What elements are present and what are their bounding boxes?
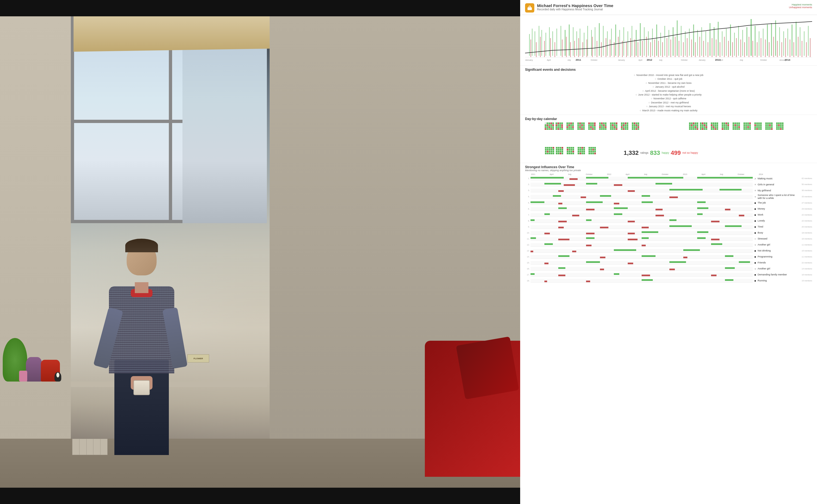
svg-rect-370: [726, 126, 727, 128]
svg-rect-525: [591, 147, 592, 149]
influence-row-3: 4.♀Someone who I spent a lot of time wit…: [525, 194, 812, 200]
influence-icon-12: ■: [753, 249, 757, 253]
svg-rect-141: [810, 38, 810, 57]
svg-rect-423: [760, 128, 762, 130]
svg-rect-455: [782, 128, 784, 130]
svg-rect-122: [732, 42, 733, 57]
svg-rect-119: [720, 42, 720, 57]
svg-rect-224: [577, 128, 579, 130]
svg-rect-51: [714, 27, 715, 56]
svg-rect-345: [713, 122, 714, 124]
svg-rect-535: [594, 151, 596, 152]
svg-rect-399: [749, 124, 751, 126]
svg-rect-170: [545, 126, 546, 128]
svg-rect-293: [634, 122, 635, 124]
total-stat: 1,332: [624, 149, 639, 156]
svg-rect-494: [571, 147, 572, 149]
influence-name-14: Friends: [758, 261, 796, 264]
svg-rect-95: [622, 41, 623, 57]
svg-rect-280: [621, 124, 623, 126]
svg-text:July: July: [568, 59, 571, 61]
svg-rect-209: [568, 128, 570, 130]
svg-rect-221: [579, 126, 581, 128]
svg-rect-412: [754, 124, 756, 126]
svg-rect-181: [558, 122, 559, 124]
svg-rect-115: [703, 41, 704, 57]
svg-rect-222: [581, 126, 583, 128]
svg-text:January: January: [779, 59, 786, 61]
svg-rect-12: [556, 29, 557, 56]
event-item-8: January 2013 - met my musical heroes: [525, 105, 812, 108]
svg-rect-227: [583, 128, 585, 130]
svg-rect-13: [561, 26, 561, 56]
svg-rect-178: [550, 128, 552, 130]
influence-count-13: 11 mentions: [796, 256, 812, 258]
svg-rect-28: [619, 30, 620, 56]
influence-icon-15: ♀: [753, 267, 757, 271]
svg-rect-392: [744, 122, 745, 124]
svg-rect-109: [679, 41, 679, 57]
svg-rect-276: [621, 122, 623, 124]
svg-rect-262: [614, 122, 616, 124]
svg-rect-317: [697, 124, 698, 126]
svg-rect-113: [695, 42, 696, 57]
svg-rect-378: [736, 122, 738, 124]
svg-rect-519: [583, 151, 585, 152]
svg-rect-341: [702, 128, 703, 130]
svg-rect-94: [618, 37, 619, 57]
svg-rect-46: [693, 24, 694, 56]
influence-rank-12: 13.: [525, 250, 531, 252]
svg-rect-479: [562, 147, 563, 149]
svg-rect-462: [547, 149, 549, 150]
svg-rect-511: [583, 147, 585, 149]
svg-rect-433: [767, 126, 769, 128]
svg-rect-81: [562, 39, 563, 57]
svg-text:January: January: [618, 59, 625, 61]
influence-rank-2: 3.: [525, 189, 531, 192]
svg-text:April: April: [547, 59, 551, 61]
influence-count-9: 18 mentions: [796, 232, 812, 234]
svg-rect-436: [765, 128, 767, 130]
influence-name-16: Demanding family member: [758, 273, 796, 276]
svg-rect-514: [582, 149, 583, 150]
svg-rect-403: [749, 126, 751, 128]
svg-rect-526: [592, 147, 594, 149]
svg-rect-284: [621, 126, 623, 128]
svg-rect-291: [627, 128, 628, 130]
svg-rect-104: [658, 41, 659, 57]
svg-rect-520: [578, 153, 579, 154]
svg-rect-61: [755, 26, 755, 56]
svg-rect-216: [577, 124, 579, 126]
svg-rect-401: [745, 126, 747, 128]
svg-rect-296: [632, 124, 634, 126]
svg-rect-207: [572, 126, 574, 128]
svg-rect-371: [727, 126, 729, 128]
svg-rect-539: [594, 153, 596, 154]
svg-rect-202: [570, 124, 572, 126]
influence-row-7: 8.■Lonely22 mentions: [525, 218, 812, 224]
event-item-3: January 2012 - quit alcohol: [525, 85, 812, 89]
svg-rect-488: [556, 153, 558, 154]
svg-rect-380: [733, 124, 734, 126]
svg-rect-255: [605, 126, 607, 128]
svg-rect-468: [549, 151, 550, 152]
svg-rect-463: [549, 149, 550, 150]
influences-section: Strongest Influences Over Time Mentionin…: [520, 163, 817, 286]
svg-rect-367: [727, 124, 729, 126]
svg-rect-440: [776, 122, 778, 124]
svg-rect-400: [744, 126, 745, 128]
svg-rect-125: [744, 42, 745, 57]
svg-rect-135: [785, 38, 786, 57]
svg-rect-34: [644, 27, 645, 56]
svg-rect-297: [634, 124, 635, 126]
svg-rect-464: [551, 149, 552, 150]
svg-rect-259: [605, 128, 607, 130]
svg-rect-438: [769, 128, 771, 130]
svg-rect-397: [745, 124, 747, 126]
svg-rect-136: [790, 39, 790, 57]
svg-rect-329: [702, 122, 703, 124]
influence-count-0: 62 mentions: [796, 177, 812, 179]
svg-rect-218: [581, 124, 583, 126]
influence-rank-10: 11.: [525, 238, 531, 240]
svg-text:January: January: [699, 59, 705, 61]
